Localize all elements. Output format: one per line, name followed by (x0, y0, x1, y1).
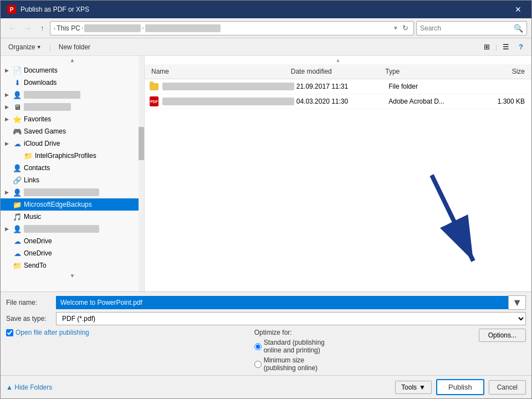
sendto-icon: 📁 (13, 261, 22, 270)
file-row-pdf[interactable]: PDF ████████████████████████████.pdf 04.… (145, 94, 531, 109)
sidebar-item-blurred1[interactable]: ▶ 👤 ████████████ (1, 89, 144, 101)
sidebar-item-links[interactable]: 🔗 Links (1, 174, 144, 186)
col-date-header[interactable]: Date modified (289, 66, 383, 76)
sidebar-item-icloud[interactable]: ▶ ☁ iCloud Drive (1, 137, 144, 150)
filename-dropdown-button[interactable]: ▼ (508, 295, 526, 310)
optimize-section: Optimize for: Standard (publishing onlin… (254, 329, 325, 372)
sidebar-label: Favorites (24, 115, 51, 123)
view-controls: ⊞ | ☰ ? (480, 41, 527, 53)
links-icon: 🔗 (13, 176, 22, 185)
sidebar-label: iCloud Drive (24, 140, 60, 147)
expand-icon (3, 237, 11, 245)
sidebar: ▲ ▶ 📄 Documents ⬇ Downloads ▶ 👤 ████████… (1, 56, 145, 291)
file-name-pdf: ████████████████████████████.pdf (162, 98, 294, 105)
radio-standard[interactable]: Standard (publishing online and printing… (254, 339, 325, 354)
filename-label: File name: (6, 299, 56, 306)
sidebar-item-onedrive2[interactable]: ☁ OneDrive (1, 247, 144, 259)
forward-button[interactable]: → (21, 22, 35, 34)
new-folder-button[interactable]: New folder (55, 42, 94, 52)
game-icon: 🎮 (13, 127, 22, 136)
sidebar-item-blurred3[interactable]: ▶ 👤 ████████████████ (1, 186, 144, 198)
sidebar-scrollbar[interactable] (139, 56, 144, 291)
sidebar-label: MicrosoftEdgeBackups (24, 201, 92, 208)
file-list-header: Name Date modified Type Size (145, 64, 531, 79)
sidebar-item-onedrive1[interactable]: ☁ OneDrive (1, 235, 144, 247)
radio-minimum-input[interactable] (254, 361, 262, 368)
sidebar-label: IntelGraphicsProfiles (35, 152, 96, 160)
sep2: | (495, 43, 497, 51)
file-size-pdf: 1.300 KB (479, 98, 527, 105)
savetype-label: Save as type: (6, 315, 56, 323)
search-input[interactable] (420, 24, 514, 32)
sidebar-item-blurred4[interactable]: ▶ 👤 ████████████████ (1, 223, 144, 235)
scroll-up: ▲ (1, 56, 144, 64)
tools-button[interactable]: Tools ▼ (395, 381, 432, 394)
pdf-file-icon: PDF (149, 96, 159, 106)
expand-icon (3, 79, 11, 86)
expand-icon: ▶ (3, 66, 11, 74)
download-icon: ⬇ (13, 78, 22, 87)
sidebar-label: Documents (24, 66, 58, 74)
col-name-header[interactable]: Name (149, 66, 289, 76)
sidebar-item-sendto[interactable]: 📁 SendTo (1, 259, 144, 272)
sidebar-item-blurred2[interactable]: ▶ 🖥 ██████████ (1, 101, 144, 113)
sidebar-label: ████████████████ (24, 225, 99, 233)
app-icon: P (7, 5, 16, 14)
help-button[interactable]: ? (515, 41, 527, 53)
sidebar-item-contacts[interactable]: 👤 Contacts (1, 162, 144, 174)
sidebar-item-intelgfx[interactable]: 📁 IntelGraphicsProfiles (1, 150, 144, 162)
filename-input[interactable] (56, 296, 508, 309)
expand-icon: ▶ (3, 140, 11, 147)
sidebar-label: Contacts (24, 164, 50, 172)
sidebar-item-downloads[interactable]: ⬇ Downloads (1, 76, 144, 89)
savetype-select[interactable]: PDF (*.pdf) (56, 312, 526, 325)
view-list-button[interactable]: ☰ (499, 41, 513, 53)
expand-icon (14, 152, 22, 160)
back-button[interactable]: ← (5, 22, 19, 34)
expand-icon (3, 201, 11, 208)
cloud-icon: ☁ (13, 139, 22, 148)
view-toggle-button[interactable]: ⊞ (480, 41, 493, 53)
options-button[interactable]: Options... (479, 329, 526, 342)
breadcrumb-subfolder: ████████████████ (145, 24, 221, 32)
open-after-checkbox-label[interactable]: Open file after publishing (6, 329, 89, 336)
col-type-header[interactable]: Type (383, 66, 478, 76)
crumb-sep-1: › (81, 25, 83, 31)
sidebar-item-documents[interactable]: ▶ 📄 Documents (1, 64, 144, 76)
address-bar[interactable]: › This PC › ████████████ › █████████████… (50, 21, 415, 35)
sidebar-label: Saved Games (24, 127, 66, 135)
up-button[interactable]: ↑ (37, 22, 48, 34)
col-size-header[interactable]: Size (478, 66, 527, 76)
hide-folders-link[interactable]: ▲ Hide Folders (6, 383, 391, 391)
file-row[interactable]: ████████████ 21.09.2017 11:31 File folde… (145, 79, 531, 94)
expand-icon: ▶ (3, 225, 11, 233)
crumb-sep-2: › (142, 25, 144, 31)
folder-file-icon (149, 81, 159, 91)
folder-icon-2: 📁 (13, 200, 22, 209)
organize-button[interactable]: Organize ▼ (5, 42, 45, 52)
tools-dropdown-icon: ▼ (419, 383, 426, 391)
open-after-checkbox[interactable] (6, 329, 13, 336)
publish-button[interactable]: Publish (436, 379, 484, 395)
folder-icon: 📄 (13, 66, 22, 75)
file-date: 21.09.2017 11:31 (294, 83, 387, 90)
breadcrumb: › This PC › ████████████ › █████████████… (54, 24, 391, 32)
radio-standard-input[interactable] (254, 343, 262, 350)
cancel-button[interactable]: Cancel (489, 380, 526, 395)
sidebar-item-music[interactable]: 🎵 Music (1, 211, 144, 223)
close-button[interactable]: ✕ (511, 4, 525, 14)
sidebar-item-msedge[interactable]: 📁 MicrosoftEdgeBackups (1, 198, 144, 211)
expand-icon (3, 127, 11, 135)
file-list[interactable]: ████████████ 21.09.2017 11:31 File folde… (145, 79, 531, 291)
refresh-button[interactable]: ↻ (401, 24, 410, 32)
sidebar-label: ██████████ (24, 103, 71, 111)
sidebar-item-savedgames[interactable]: 🎮 Saved Games (1, 125, 144, 137)
sidebar-item-favorites[interactable]: ▶ ⭐ Favorites (1, 113, 144, 125)
user-icon-2: 👤 (13, 188, 22, 197)
onedrive-icon-1: ☁ (13, 237, 22, 245)
search-box[interactable]: 🔍 (416, 21, 527, 35)
radio-minimum[interactable]: Minimum size (publishing online) (254, 356, 325, 372)
file-date-pdf: 04.03.2020 11:30 (294, 98, 387, 105)
star-icon: ⭐ (13, 115, 22, 124)
file-type-pdf: Adobe Acrobat D... (386, 98, 479, 105)
